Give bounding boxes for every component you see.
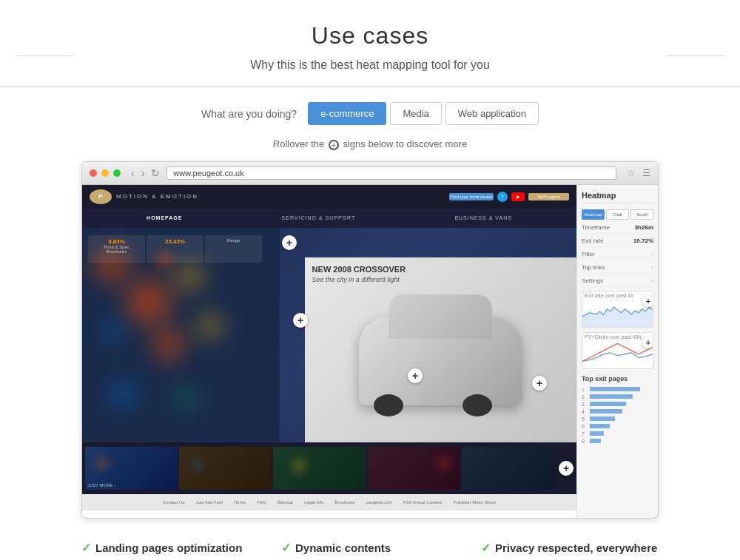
thumb-1: JUST MORE › bbox=[85, 447, 178, 490]
tabs-container: What are you doing? e-commerce Media Web… bbox=[59, 87, 681, 132]
browser-close-icon[interactable] bbox=[90, 169, 97, 177]
fake-site: P MOTION & EMOTION Find your local deale… bbox=[82, 185, 576, 518]
sidebar-exitrate-row: Exit rate 10.72% bbox=[582, 237, 653, 247]
exit-page-num-7: 7 bbox=[582, 431, 588, 436]
plus-button-5[interactable]: + bbox=[559, 461, 574, 476]
features-row: ✓ Landing pages optimization Have you ju… bbox=[81, 519, 659, 560]
browser-refresh-button[interactable]: ↻ bbox=[149, 167, 162, 179]
chart1-plus-btn[interactable]: + bbox=[642, 295, 653, 307]
heatblob-6 bbox=[193, 309, 226, 343]
exit-page-2: 2 bbox=[582, 394, 653, 399]
heatblob-5 bbox=[149, 324, 189, 365]
nav-servicing[interactable]: SERVICING & SUPPORT bbox=[282, 215, 356, 220]
exitrate-value: 10.72% bbox=[633, 237, 653, 244]
heatblob-8 bbox=[171, 383, 201, 413]
exit-pages-list: 1 2 3 4 5 bbox=[582, 387, 653, 444]
tab-media[interactable]: Media bbox=[390, 102, 441, 125]
exit-page-8: 8 bbox=[582, 439, 653, 444]
sidebar-timeframe-row: Timeframe 3h26m bbox=[582, 224, 653, 234]
thumbs-row: JUST MORE › + bbox=[82, 442, 576, 494]
browser-minimize-icon[interactable] bbox=[101, 169, 109, 177]
thumb-3 bbox=[273, 447, 366, 490]
plus-button-4[interactable]: + bbox=[532, 376, 547, 391]
feature-dynamic-title: ✓ Dynamic contents bbox=[281, 541, 459, 555]
timeframe-label: Timeframe bbox=[582, 224, 610, 231]
exit-page-bar-6 bbox=[590, 424, 610, 428]
heatmap-type-scroll[interactable]: Scroll bbox=[630, 209, 653, 220]
feature-dynamic: ✓ Dynamic contents Your pages are full o… bbox=[281, 541, 459, 560]
browser-star-icon[interactable]: ☆ bbox=[627, 168, 635, 178]
heatmap-area: P MOTION & EMOTION Find your local deale… bbox=[82, 185, 658, 518]
rollover-hint: Rollover the + signs below to discover m… bbox=[59, 138, 681, 150]
footer-psa[interactable]: PSA Group Careers bbox=[403, 500, 443, 505]
plus-circle-icon: + bbox=[329, 140, 339, 150]
feature-privacy: ✓ Privacy respected, everywhere heatmap … bbox=[481, 541, 659, 560]
footer-brochures[interactable]: Brochures bbox=[335, 500, 355, 505]
heatmap-type-click[interactable]: Click bbox=[606, 209, 629, 220]
footer-legal[interactable]: Legal Info bbox=[304, 500, 323, 505]
thumb-heat-2 bbox=[190, 458, 205, 473]
youtube-icon[interactable]: ▶ bbox=[511, 192, 525, 201]
timeframe-value: 3h26m bbox=[635, 224, 653, 231]
site-top-nav: P MOTION & EMOTION Find your local deale… bbox=[82, 185, 576, 209]
mypeugeot-btn[interactable]: MyPeugeot bbox=[528, 193, 569, 200]
chart1-label: Exit rate over past 4h bbox=[585, 293, 633, 298]
chart2-plus-btn[interactable]: + bbox=[642, 337, 653, 348]
thumb-5 bbox=[462, 447, 554, 490]
footer-frankfurt[interactable]: Frankfurt Motor Show bbox=[454, 500, 497, 505]
exit-page-num-2: 2 bbox=[582, 394, 588, 399]
toplinks-chevron-icon: › bbox=[651, 264, 653, 271]
check-icon-dynamic: ✓ bbox=[281, 541, 291, 555]
heatblob-7 bbox=[104, 376, 141, 413]
thumb-heat-4 bbox=[434, 454, 453, 473]
exit-page-num-5: 5 bbox=[582, 416, 588, 422]
filter-label: Filter bbox=[582, 251, 595, 257]
exit-page-num-1: 1 bbox=[582, 387, 588, 392]
footer-sitemap[interactable]: Sitemap bbox=[277, 500, 293, 505]
footer-terms[interactable]: Terms bbox=[234, 500, 246, 505]
browser-menu-icon[interactable]: ☰ bbox=[642, 168, 650, 178]
browser-url-bar[interactable]: www.peugeot.co.uk bbox=[166, 166, 616, 180]
heatblob-3 bbox=[171, 257, 208, 294]
car-image bbox=[359, 317, 522, 405]
plus-button-1[interactable]: + bbox=[282, 235, 297, 250]
browser-back-button[interactable]: ‹ bbox=[129, 167, 137, 179]
nav-business[interactable]: BUSINESS & VANS bbox=[454, 215, 512, 220]
nav-homepage[interactable]: HOMEPAGE bbox=[147, 215, 182, 220]
feature-privacy-title: ✓ Privacy respected, everywhere bbox=[481, 541, 659, 555]
heatblob-2 bbox=[119, 272, 178, 331]
nav-right-icons: Find your local dealer T ▶ MyPeugeot bbox=[449, 192, 569, 202]
exit-page-num-3: 3 bbox=[582, 402, 588, 407]
thumb-heat-1 bbox=[92, 454, 111, 473]
find-dealer-btn[interactable]: Find your local dealer bbox=[449, 193, 494, 200]
footer-contact[interactable]: Contact Us bbox=[163, 500, 185, 505]
thumb-label-1: JUST MORE › bbox=[87, 483, 115, 488]
sidebar-title: Heatmap bbox=[582, 191, 653, 203]
sidebar-filter-row[interactable]: Filter › bbox=[582, 251, 653, 260]
footer-faq[interactable]: FAQ bbox=[257, 500, 266, 505]
tab-ecommerce[interactable]: e-commerce bbox=[308, 102, 386, 125]
page-subtitle: Why this is the best heat mapping tool f… bbox=[15, 58, 725, 72]
footer-fuel[interactable]: Just Add Fuel bbox=[195, 500, 222, 505]
sidebar-settings-row[interactable]: Settings › bbox=[582, 277, 653, 287]
browser-forward-button[interactable]: › bbox=[139, 167, 147, 179]
tab-webapplication[interactable]: Web application bbox=[445, 102, 539, 125]
exit-page-num-6: 6 bbox=[582, 424, 588, 429]
browser-maximize-icon[interactable] bbox=[113, 169, 121, 177]
exit-page-6: 6 bbox=[582, 424, 653, 429]
exit-page-5: 5 bbox=[582, 416, 653, 422]
product-text: NEW 2008 CROSSOVER See the city in a dif… bbox=[312, 265, 406, 283]
footer-peugeot[interactable]: peugeot.com bbox=[366, 500, 392, 505]
exit-page-num-8: 8 bbox=[582, 439, 588, 444]
product-subtitle: See the city in a different light bbox=[312, 276, 406, 283]
plus-button-2[interactable]: + bbox=[293, 313, 308, 328]
sidebar-toplinks-row[interactable]: Top links › bbox=[582, 264, 653, 274]
heatmap-type-heatmap[interactable]: Heatmap bbox=[582, 209, 605, 220]
exit-page-bar-8 bbox=[590, 439, 601, 443]
exit-page-bar-2 bbox=[590, 394, 633, 399]
exit-page-1: 1 bbox=[582, 387, 653, 392]
plus-button-3[interactable]: + bbox=[408, 368, 423, 383]
twitter-icon[interactable]: T bbox=[497, 192, 508, 202]
exit-page-3: 3 bbox=[582, 402, 653, 407]
check-icon-landing: ✓ bbox=[81, 541, 91, 555]
